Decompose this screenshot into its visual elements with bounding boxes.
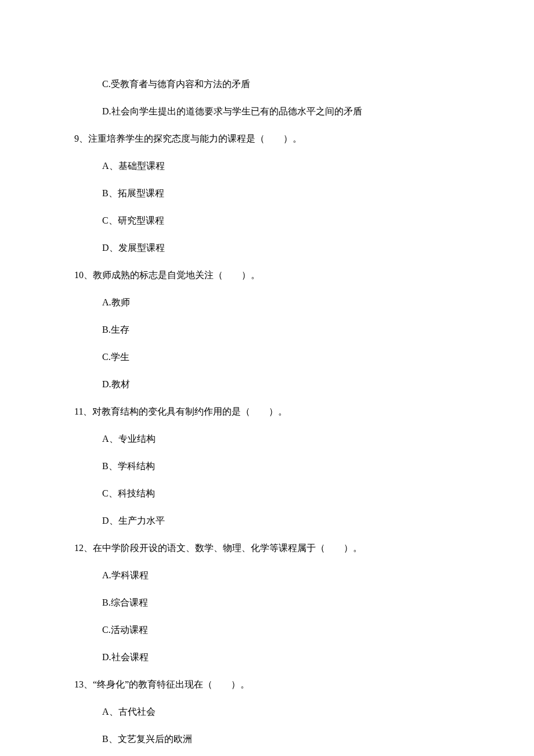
question-9-option-d: D、发展型课程	[70, 241, 464, 255]
question-10-option-a: A.教师	[70, 296, 464, 309]
question-9-option-c: C、研究型课程	[70, 214, 464, 228]
prev-option-c: C.受教育者与德育内容和方法的矛盾	[70, 77, 464, 91]
question-10-stem: 10、教师成熟的标志是自觉地关注（ ）。	[70, 268, 464, 282]
question-11-stem: 11、对教育结构的变化具有制约作用的是（ ）。	[70, 405, 464, 419]
question-13-stem: 13、“终身化”的教育特征出现在（ ）。	[70, 678, 464, 692]
question-11-option-d: D、生产力水平	[70, 514, 464, 528]
question-12-option-b: B.综合课程	[70, 596, 464, 610]
question-13-option-a: A、古代社会	[70, 705, 464, 719]
question-12-option-c: C.活动课程	[70, 623, 464, 637]
prev-option-d: D.社会向学生提出的道德要求与学生已有的品德水平之间的矛盾	[70, 105, 464, 118]
question-9-option-a: A、基础型课程	[70, 159, 464, 173]
question-12-stem: 12、在中学阶段开设的语文、数学、物理、化学等课程属于（ ）。	[70, 541, 464, 555]
question-10-option-b: B.生存	[70, 323, 464, 337]
question-9-stem: 9、注重培养学生的探究态度与能力的课程是（ ）。	[70, 132, 464, 146]
question-12-option-d: D.社会课程	[70, 650, 464, 664]
question-11-option-a: A、专业结构	[70, 432, 464, 446]
question-13-option-b: B、文艺复兴后的欧洲	[70, 732, 464, 746]
question-11-option-c: C、科技结构	[70, 487, 464, 501]
question-10-option-d: D.教材	[70, 377, 464, 391]
question-12-option-a: A.学科课程	[70, 568, 464, 582]
document-page: C.受教育者与德育内容和方法的矛盾 D.社会向学生提出的道德要求与学生已有的品德…	[0, 0, 534, 756]
question-11-option-b: B、学科结构	[70, 459, 464, 473]
question-10-option-c: C.学生	[70, 350, 464, 364]
question-9-option-b: B、拓展型课程	[70, 186, 464, 200]
